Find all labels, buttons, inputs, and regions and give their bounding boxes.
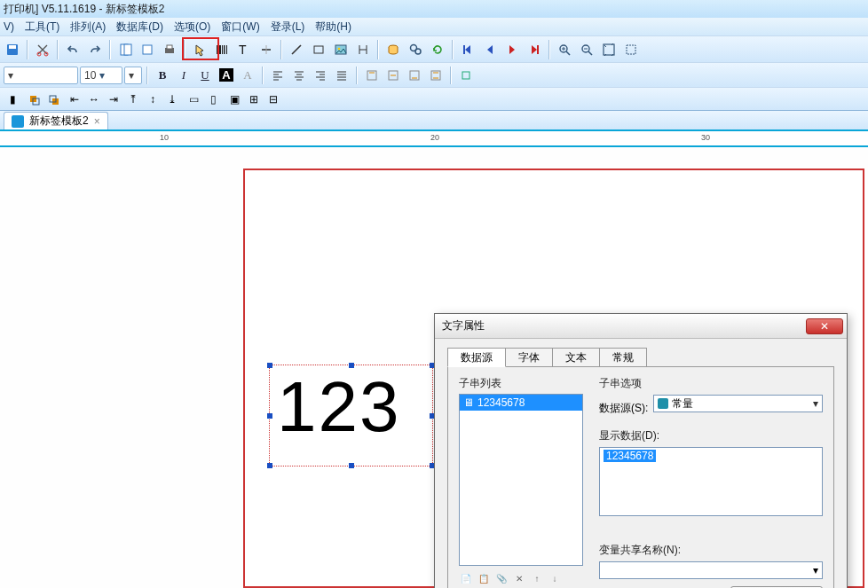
fit-screen-icon[interactable] [598,39,619,60]
redo-icon[interactable] [84,39,106,60]
substring-list[interactable]: 🖥 12345678 [459,394,583,566]
menu-view[interactable]: V) [4,20,14,33]
same-size-icon[interactable]: ▣ [225,90,243,108]
text-effect-icon[interactable]: A [238,66,257,85]
selected-text-object[interactable]: 123 [269,365,433,466]
valign-middle-icon[interactable] [383,66,403,85]
text-tool-icon[interactable]: T [233,39,255,60]
align-l-icon[interactable]: ⇤ [66,90,83,108]
ungroup-icon[interactable]: ⊟ [264,90,282,108]
print-icon[interactable] [159,39,180,60]
delete-substring-icon[interactable]: ✕ [512,571,526,585]
dist-v-icon[interactable]: ▯ [204,90,222,108]
close-tab-icon[interactable]: × [94,115,100,128]
menu-database[interactable]: 数据库(D) [116,20,163,35]
dialog-close-button[interactable]: ✕ [806,318,843,334]
undo-icon[interactable] [62,39,83,60]
menu-login[interactable]: 登录(L) [271,20,305,35]
varname-select[interactable]: ▾ [599,561,823,579]
style-combo[interactable]: ▾ [124,67,142,84]
align-t-icon[interactable]: ⤒ [124,90,142,108]
document-tab[interactable]: 新标签模板2 × [4,112,108,129]
menu-tools[interactable]: 工具(T) [25,20,59,35]
align-right-icon[interactable] [311,66,330,85]
refresh-icon[interactable] [427,39,448,60]
prev-record-icon[interactable] [479,39,501,60]
tab-general[interactable]: 常规 [599,348,647,367]
align-obj-left-icon[interactable]: ▮ [4,90,21,108]
copy-substring-icon[interactable]: 📋 [477,571,491,585]
paste-substring-icon[interactable]: 📎 [494,571,509,585]
database-link-icon[interactable] [383,39,404,60]
save-icon[interactable] [2,39,23,60]
resize-handle-ml[interactable] [267,413,272,419]
movedown-substring-icon[interactable]: ↓ [548,571,562,585]
resize-handle-bl[interactable] [267,463,272,468]
menu-window[interactable]: 窗口(W) [221,20,259,35]
next-record-icon[interactable] [501,39,523,60]
format-toolbar: ▾ 10 ▾ ▾ B I U A A [0,62,868,87]
dimension-icon[interactable] [352,39,374,60]
bring-front-icon[interactable] [25,90,43,108]
resize-handle-bc[interactable] [349,463,354,468]
svg-rect-11 [222,45,223,54]
moveup-substring-icon[interactable]: ↑ [530,571,544,585]
last-record-icon[interactable] [524,39,545,60]
image-tool-icon[interactable] [330,39,351,60]
displaydata-textarea[interactable]: 12345678 [599,447,823,516]
properties-icon[interactable] [137,39,158,60]
send-back-icon[interactable] [44,90,62,108]
spacing-icon[interactable] [456,66,476,85]
design-canvas[interactable]: 123 文字属性 ✕ 数据源 字体 文本 常规 子串列表 🖥 12345678 … [0,147,868,588]
add-substring-icon[interactable]: 📄 [459,571,473,585]
font-color-icon[interactable]: A [217,66,236,85]
align-c-icon[interactable]: ↔ [85,90,103,108]
datasource-select[interactable]: 常量 ▾ [653,395,823,412]
bold-icon[interactable]: B [153,66,172,85]
line-tool-icon[interactable] [286,39,307,60]
resize-handle-tc[interactable] [349,363,354,368]
align-b-icon[interactable]: ⤓ [163,90,181,108]
monitor-icon [658,398,668,409]
zoom-selection-icon[interactable] [620,39,642,60]
tab-text[interactable]: 文本 [552,348,600,367]
zoom-in-icon[interactable] [554,39,575,60]
first-record-icon[interactable] [457,39,478,60]
menu-arrange[interactable]: 排列(A) [70,20,106,35]
cut-icon[interactable] [32,39,53,60]
group-icon[interactable]: ⊞ [245,90,263,108]
varname-label: 变量共享名称(N): [599,543,823,558]
zoom-out-icon[interactable] [576,39,597,60]
svg-rect-37 [627,45,635,54]
align-justify-icon[interactable] [332,66,351,85]
tab-datasource[interactable]: 数据源 [447,348,506,367]
align-center-icon[interactable] [289,66,309,85]
menu-help[interactable]: 帮助(H) [315,20,351,35]
font-family-combo[interactable]: ▾ [4,67,78,84]
underline-icon[interactable]: U [195,66,215,85]
align-r-icon[interactable]: ⇥ [105,90,122,108]
substring-list-item[interactable]: 🖥 12345678 [460,395,582,411]
rect-tool-icon[interactable] [308,39,329,60]
menu-bar: V) 工具(T) 排列(A) 数据库(D) 选项(O) 窗口(W) 登录(L) … [0,18,868,35]
valign-bottom-icon[interactable] [405,66,424,85]
tab-font[interactable]: 字体 [505,348,553,367]
new-doc-icon[interactable] [114,39,136,60]
valign-stretch-icon[interactable] [426,66,446,85]
svg-text:T: T [239,43,247,57]
dist-h-icon[interactable]: ▭ [185,90,202,108]
datasource-field-label: 数据源(S): [599,401,648,416]
text-properties-dialog: 文字属性 ✕ 数据源 字体 文本 常规 子串列表 🖥 12345678 📄 📋 … [434,313,848,588]
resize-handle-tl[interactable] [267,363,272,368]
line-orient-icon[interactable] [256,39,277,60]
valign-top-icon[interactable] [362,66,382,85]
svg-rect-18 [314,46,323,53]
find-icon[interactable] [405,39,426,60]
font-size-combo[interactable]: 10 ▾ [80,67,122,84]
italic-icon[interactable]: I [174,66,193,85]
doc-icon [12,115,24,128]
dialog-titlebar[interactable]: 文字属性 ✕ [435,314,847,339]
align-left-icon[interactable] [268,66,288,85]
menu-options[interactable]: 选项(O) [174,20,210,35]
align-m-icon[interactable]: ↕ [144,90,162,108]
